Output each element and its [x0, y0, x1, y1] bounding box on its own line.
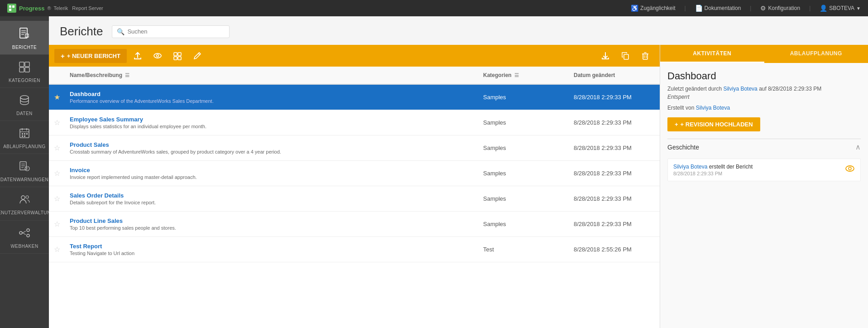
svg-rect-42 [624, 54, 628, 59]
report-name-dashboard: Dashboard [70, 91, 474, 97]
reports-icon [18, 27, 31, 43]
report-info-product-line: Product Line Sales Top 10 best performin… [65, 214, 479, 234]
logo-telerik-text: ® [47, 5, 51, 11]
table-row[interactable]: ☆ Invoice Invoice report implemented usi… [49, 161, 660, 186]
history-label: Geschichte [667, 144, 699, 151]
svg-rect-20 [26, 133, 28, 135]
svg-rect-19 [24, 133, 25, 135]
chevron-down-icon: ▼ [856, 6, 861, 11]
collapse-icon: ∧ [855, 143, 861, 151]
report-desc-product-sales: Crosstab summary of AdventureWorks sales… [70, 149, 474, 154]
star-cell-sales-order[interactable]: ☆ [49, 194, 65, 203]
sidebar-item-datenwarnungen[interactable]: DATENWARNUNGEN [0, 154, 49, 187]
created-by-user-link[interactable]: Silviya Boteva [696, 105, 730, 111]
berichte-label: BERICHTE [12, 45, 37, 50]
report-cat-invoice: Samples [479, 166, 569, 180]
category-filter-icon[interactable]: ☰ [514, 72, 519, 78]
last-changed-date: auf 8/28/2018 2:29:33 PM [759, 86, 821, 92]
kategorien-label: KATEGORIEN [9, 78, 40, 83]
sidebar-item-ablaufplanung[interactable]: ABLAUFPLANUNG [0, 121, 49, 154]
download-button[interactable] [596, 48, 614, 64]
sidebar-item-daten[interactable]: DATEN [0, 88, 49, 121]
tab-schedule[interactable]: ABLAUFPLANUNG [764, 45, 868, 63]
report-cat-sales-order: Samples [479, 192, 569, 206]
svg-rect-37 [174, 53, 177, 56]
tab-activities[interactable]: AKTIVITÄTEN [660, 45, 764, 63]
categories-icon [19, 61, 30, 76]
nav-divider-3: | [809, 5, 810, 11]
sidebar-item-webhaken[interactable]: WEBHAKEN [0, 221, 49, 254]
upload-revision-label: + REVISION HOCHLADEN [681, 121, 753, 128]
report-cat-test: Test [479, 242, 569, 256]
svg-point-49 [849, 167, 851, 170]
history-preview-icon[interactable] [845, 164, 855, 176]
report-desc-sales-order: Details subreport for the Invoice report… [70, 200, 474, 205]
configuration-link[interactable]: ⚙ Konfiguration [760, 5, 800, 12]
svg-rect-12 [25, 68, 29, 72]
copy-button[interactable] [616, 48, 634, 64]
report-date-product-sales: 8/28/2018 2:29:33 PM [569, 141, 660, 155]
webhaken-label: WEBHAKEN [10, 244, 38, 249]
svg-rect-40 [178, 57, 181, 60]
table-row[interactable]: ☆ Product Line Sales Top 10 best perform… [49, 212, 660, 237]
table-row[interactable]: ☆ Test Report Testing Navigate to Url ac… [49, 237, 660, 262]
configuration-label: Konfiguration [768, 5, 800, 11]
header-category: Kategorien ☰ [479, 70, 569, 80]
upload-revision-button[interactable]: + + REVISION HOCHLADEN [667, 117, 760, 131]
documentation-link[interactable]: 📄 Dokumentation [695, 5, 741, 12]
history-section-header[interactable]: Geschichte ∧ [667, 139, 861, 155]
svg-rect-38 [178, 53, 181, 56]
upload-button[interactable] [129, 48, 147, 64]
list-header: Name/Beschreibung ☰ Kategorien ☰ Datum g… [49, 67, 660, 85]
table-row[interactable]: ☆ Employee Sales Summary Displays sales … [49, 110, 660, 135]
history-item-text: Silviya Boteva erstellt der Bericht [673, 164, 753, 170]
search-bar[interactable]: 🔍 [112, 25, 230, 38]
star-cell-product-sales[interactable]: ☆ [49, 144, 65, 152]
table-row[interactable]: ☆ Sales Order Details Details subreport … [49, 186, 660, 212]
categorize-button[interactable] [168, 48, 187, 64]
star-cell-dashboard[interactable]: ★ [49, 93, 65, 101]
svg-rect-9 [19, 62, 24, 67]
last-changed-user-link[interactable]: Silviya Boteva [723, 86, 757, 92]
sidebar-item-benutzerverwaltung[interactable]: BENUTZERVERWALTUNG [0, 187, 49, 221]
svg-rect-10 [25, 62, 29, 67]
user-icon: 👤 [820, 5, 827, 12]
topbar: Progress ® Telerik Report Server ♿ Zugän… [0, 0, 868, 16]
svg-point-32 [19, 232, 22, 234]
last-changed-label: Zuletzt geändert durch [667, 86, 722, 92]
name-filter-icon[interactable]: ☰ [125, 72, 129, 78]
category-column-label: Kategorien [483, 72, 512, 78]
report-info-employee: Employee Sales Summary Displays sales st… [65, 112, 479, 133]
report-date-dashboard: 8/28/2018 2:29:33 PM [569, 90, 660, 104]
content-area: + + NEUER BERICHT [49, 45, 868, 328]
report-info-dashboard: Dashboard Performance overview of the Ad… [65, 87, 479, 107]
report-section: + + NEUER BERICHT [49, 45, 660, 328]
user-menu[interactable]: 👤 SBOTEVA ▼ [820, 5, 861, 12]
panel-locked-status: Entsperrt [667, 94, 861, 100]
table-row[interactable]: ★ Dashboard Performance overview of the … [49, 85, 660, 110]
svg-rect-2 [9, 9, 11, 11]
star-cell-test[interactable]: ☆ [49, 245, 65, 254]
report-date-employee: 8/28/2018 2:29:33 PM [569, 116, 660, 130]
history-user-link[interactable]: Silviya Boteva [673, 164, 707, 170]
accessibility-link[interactable]: ♿ Zugänglichkeit [631, 5, 675, 12]
star-cell-employee[interactable]: ☆ [49, 118, 65, 127]
preview-button[interactable] [149, 48, 167, 64]
created-by-label: Erstellt von [667, 105, 694, 111]
svg-rect-39 [174, 57, 177, 60]
delete-button[interactable] [636, 48, 654, 64]
daten-label: DATEN [16, 111, 33, 116]
svg-rect-0 [9, 5, 11, 8]
report-name-sales-order: Sales Order Details [70, 192, 474, 199]
star-cell-invoice[interactable]: ☆ [49, 169, 65, 178]
search-input[interactable] [127, 28, 225, 35]
sidebar-item-kategorien[interactable]: KATEGORIEN [0, 55, 49, 88]
edit-button[interactable] [188, 48, 206, 64]
sidebar-item-berichte[interactable]: BERICHTE [0, 21, 49, 55]
table-row[interactable]: ☆ Product Sales Crosstab summary of Adve… [49, 135, 660, 161]
logo-rs-label: Report Server [72, 5, 103, 11]
plus-icon: + [675, 121, 678, 128]
new-report-button[interactable]: + + NEUER BERICHT [54, 49, 127, 63]
star-cell-product-line[interactable]: ☆ [49, 220, 65, 228]
svg-line-41 [198, 53, 200, 55]
